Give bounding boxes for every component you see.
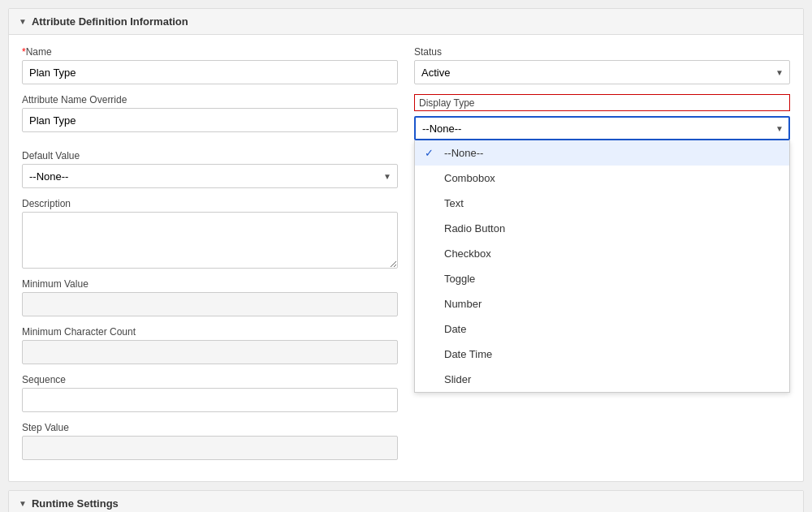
col-sequence: Sequence <box>22 374 398 412</box>
dropdown-label-toggle: Toggle <box>444 273 475 285</box>
dropdown-item-datetime[interactable]: Date Time <box>415 342 789 367</box>
dropdown-item-text[interactable]: Text <box>415 191 789 216</box>
col-status: Status Active Inactive ▼ <box>414 46 790 84</box>
default-value-select-wrapper: --None-- ▼ <box>22 164 398 188</box>
attribute-definition-body: *Name Status Active Inactive ▼ <box>9 35 803 481</box>
dropdown-label-none: --None-- <box>444 147 483 159</box>
check-icon: ✓ <box>425 147 438 159</box>
dropdown-item-combobox[interactable]: Combobox <box>415 166 789 191</box>
attr-name-override-input[interactable] <box>22 108 398 132</box>
display-type-label: Display Type <box>419 97 474 109</box>
col-minimum-value: Minimum Value <box>22 278 398 316</box>
runtime-chevron-icon: ▼ <box>19 499 27 508</box>
col-step-value: Step Value <box>22 422 398 460</box>
status-label: Status <box>414 46 790 58</box>
default-value-select[interactable]: --None-- <box>22 164 398 188</box>
min-char-count-label: Minimum Character Count <box>22 326 398 338</box>
dropdown-label-combobox: Combobox <box>444 172 495 184</box>
status-select-wrapper: Active Inactive ▼ <box>414 60 790 84</box>
status-select[interactable]: Active Inactive <box>414 60 790 84</box>
col-name: *Name <box>22 46 398 84</box>
minimum-value-label: Minimum Value <box>22 278 398 290</box>
col-default-value: Default Value --None-- ▼ <box>22 150 398 188</box>
dropdown-label-datetime: Date Time <box>444 348 492 360</box>
runtime-settings-header: ▼ Runtime Settings <box>9 491 803 512</box>
default-value-label: Default Value <box>22 150 398 161</box>
required-star: * <box>22 46 26 58</box>
name-input[interactable] <box>22 60 398 84</box>
dropdown-label-text: Text <box>444 197 464 209</box>
dropdown-item-radio[interactable]: Radio Button <box>415 216 789 241</box>
runtime-settings-section: ▼ Runtime Settings Is Required Is Hidden <box>8 490 804 512</box>
description-textarea[interactable] <box>22 212 398 269</box>
dropdown-label-slider: Slider <box>444 373 471 385</box>
attr-name-override-label: Attribute Name Override <box>22 94 398 105</box>
row-attr-name-display: Attribute Name Override Display Type --N… <box>22 94 790 140</box>
dropdown-label-checkbox: Checkbox <box>444 247 491 260</box>
sequence-input[interactable] <box>22 388 398 412</box>
dropdown-item-slider[interactable]: Slider <box>415 367 789 392</box>
row-name-status: *Name Status Active Inactive ▼ <box>22 46 790 84</box>
col-display-type: Display Type --None-- Combobox Text Radi… <box>414 94 790 140</box>
dropdown-item-date[interactable]: Date <box>415 316 789 342</box>
col-attr-name-override: Attribute Name Override <box>22 94 398 140</box>
attribute-definition-header: ▼ Attribute Definition Information <box>9 9 803 35</box>
sequence-label: Sequence <box>22 374 398 385</box>
description-label: Description <box>22 198 398 209</box>
attribute-definition-section: ▼ Attribute Definition Information *Name… <box>8 8 804 482</box>
col-min-char-count: Minimum Character Count <box>22 326 398 364</box>
dropdown-label-radio: Radio Button <box>444 222 505 234</box>
attribute-definition-title: Attribute Definition Information <box>32 15 188 28</box>
minimum-value-input[interactable] <box>22 292 398 316</box>
chevron-icon: ▼ <box>19 17 27 26</box>
display-type-dropdown: ✓ --None-- Combobox Text <box>414 140 790 393</box>
dropdown-item-checkbox[interactable]: Checkbox <box>415 241 789 266</box>
display-type-select[interactable]: --None-- Combobox Text Radio Button Chec… <box>414 116 790 140</box>
col-description: Description <box>22 198 398 269</box>
row-step-value: Step Value <box>22 422 790 460</box>
dropdown-label-date: Date <box>444 323 466 335</box>
dropdown-item-toggle[interactable]: Toggle <box>415 266 789 291</box>
dropdown-item-none[interactable]: ✓ --None-- <box>415 140 789 166</box>
step-value-label: Step Value <box>22 422 398 433</box>
dropdown-item-number[interactable]: Number <box>415 291 789 316</box>
name-label: *Name <box>22 46 398 58</box>
runtime-settings-title: Runtime Settings <box>32 497 119 510</box>
step-value-input[interactable] <box>22 436 398 460</box>
display-type-select-wrapper: --None-- Combobox Text Radio Button Chec… <box>414 116 790 140</box>
dropdown-label-number: Number <box>444 298 482 310</box>
min-char-count-input[interactable] <box>22 340 398 364</box>
